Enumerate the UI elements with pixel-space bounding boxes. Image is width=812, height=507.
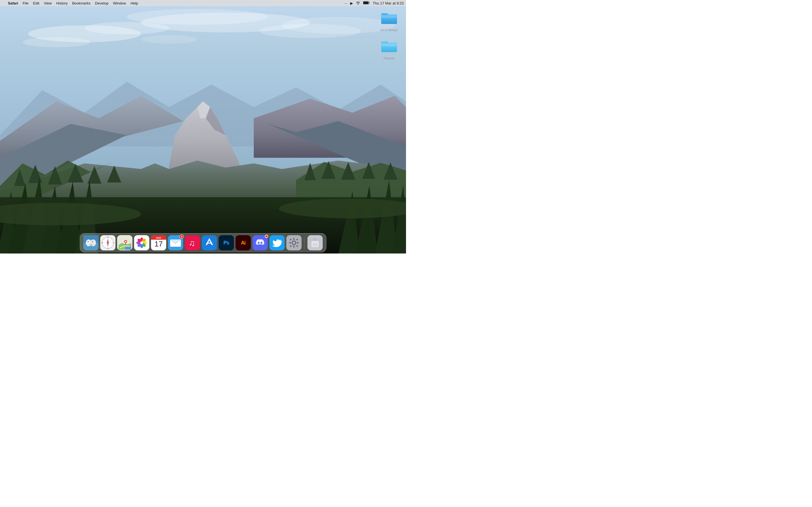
svg-text:17: 17 <box>154 240 163 248</box>
svg-point-51 <box>91 239 96 246</box>
menubar-play[interactable]: ▶ <box>350 1 353 5</box>
desktop-wallpaper <box>0 0 406 253</box>
menubar-edit[interactable]: Edit <box>33 1 39 5</box>
dock-item-system-prefs[interactable] <box>287 235 302 250</box>
svg-text:MAR: MAR <box>156 237 161 239</box>
svg-text:W: W <box>101 242 103 244</box>
svg-point-103 <box>261 242 262 244</box>
dock-item-calendar[interactable]: MAR 17 <box>151 235 166 250</box>
svg-text:N: N <box>107 236 109 238</box>
mail-badge: 2 <box>180 234 184 239</box>
dock-item-trash[interactable] <box>308 235 323 250</box>
dock-item-photos[interactable] <box>134 235 149 250</box>
dock-item-appstore[interactable] <box>202 235 217 250</box>
desktop-icon-pictures[interactable]: Pictures <box>378 37 400 59</box>
menubar-view[interactable]: View <box>44 1 52 5</box>
dock: N S E W <box>80 233 326 252</box>
illustrator-label: Ai <box>241 240 246 246</box>
svg-rect-46 <box>369 2 370 3</box>
menubar-window[interactable]: Window <box>113 1 126 5</box>
dock-item-music[interactable]: ♫ <box>185 235 200 250</box>
menubar-help[interactable]: Help <box>131 1 138 5</box>
menubar-clock: Thu 17 Mar at 9:23 <box>373 1 404 5</box>
dock-item-finder[interactable] <box>84 235 99 250</box>
menubar-battery-icon[interactable] <box>363 1 370 5</box>
pictures-label: Pictures <box>384 56 395 59</box>
svg-point-57 <box>92 241 93 242</box>
desktop-icons: Art & Design Pictures <box>378 8 400 59</box>
svg-point-5 <box>22 37 90 47</box>
svg-rect-109 <box>294 245 295 247</box>
svg-point-8 <box>141 35 197 44</box>
menubar-file[interactable]: File <box>22 1 29 5</box>
dock-item-photoshop[interactable]: Ps <box>219 235 234 250</box>
illustrator-icon-bg: Ai <box>236 235 251 250</box>
menubar: Safari File Edit View History Bookmarks … <box>0 0 406 6</box>
menubar-develop[interactable]: Develop <box>95 1 109 5</box>
svg-point-86 <box>140 241 143 244</box>
desktop <box>0 0 406 253</box>
dock-item-twitter[interactable] <box>269 235 285 250</box>
menubar-more[interactable]: ··· <box>344 1 347 5</box>
svg-text:♫: ♫ <box>189 238 195 247</box>
svg-rect-45 <box>363 2 368 4</box>
menubar-wifi-icon[interactable] <box>356 1 360 5</box>
dock-item-maps[interactable] <box>117 235 133 250</box>
svg-rect-108 <box>294 238 295 240</box>
dock-item-safari[interactable]: N S E W <box>100 235 116 250</box>
dock-item-illustrator[interactable]: Ai <box>236 235 251 250</box>
art-design-label: Art & Design <box>380 27 398 31</box>
pictures-folder-icon <box>380 37 398 55</box>
dock-item-mail[interactable]: 2 <box>168 235 183 250</box>
svg-point-102 <box>258 242 260 244</box>
svg-point-54 <box>88 241 88 242</box>
photoshop-label: Ps <box>223 240 229 246</box>
photoshop-icon-bg: Ps <box>219 235 234 250</box>
menubar-app-name[interactable]: Safari <box>8 1 18 5</box>
menubar-right: ··· ▶ Thu 17 Mar at 9:23 <box>344 1 404 5</box>
svg-point-76 <box>125 241 126 242</box>
svg-rect-110 <box>289 242 291 243</box>
svg-rect-119 <box>313 238 317 240</box>
menubar-history[interactable]: History <box>56 1 67 5</box>
art-design-folder-icon <box>380 8 398 26</box>
discord-notification-dot <box>265 235 268 238</box>
svg-point-68 <box>107 242 109 243</box>
menubar-left: Safari File Edit View History Bookmarks … <box>2 1 138 5</box>
dock-item-discord[interactable] <box>253 235 268 250</box>
svg-point-107 <box>293 241 296 244</box>
desktop-icon-art-design[interactable]: Art & Design <box>378 8 400 31</box>
svg-point-6 <box>127 9 268 25</box>
menubar-bookmarks[interactable]: Bookmarks <box>72 1 91 5</box>
svg-rect-111 <box>297 242 299 243</box>
